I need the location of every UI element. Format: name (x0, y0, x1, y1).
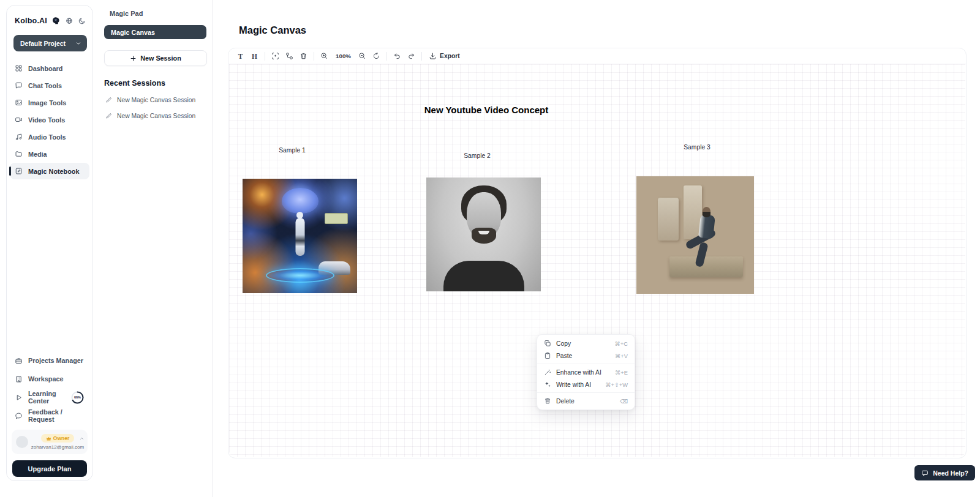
context-menu-item-paste[interactable]: Paste ⌘+V (537, 349, 635, 362)
zoom-in-icon (320, 52, 328, 60)
context-menu-item-delete[interactable]: Delete ⌫ (537, 395, 635, 407)
notebook-icon (15, 167, 23, 175)
sidebar-item-workspace[interactable]: Workspace (7, 370, 92, 388)
zoom-in-button[interactable] (317, 50, 331, 62)
user-account-card[interactable]: Owner zoharvan12@gmail.com (12, 430, 88, 454)
wand-icon (544, 368, 551, 376)
session-list-item[interactable]: New Magic Canvas Session (105, 113, 212, 119)
sidebar-item-image-tools[interactable]: Image Tools (10, 94, 89, 111)
sidebar-item-projects-manager[interactable]: Projects Manager (7, 351, 92, 370)
toolbar-divider (314, 52, 314, 61)
redo-button[interactable] (404, 50, 418, 62)
sidebar-item-media[interactable]: Media (10, 146, 89, 162)
sidebar-item-feedback[interactable]: Feedback / Request (7, 406, 92, 425)
sidebar-item-label: Dashboard (28, 65, 62, 72)
logo-row: Kolbo.AI (7, 6, 92, 25)
project-selector-label: Default Project (20, 40, 66, 47)
upgrade-plan-button[interactable]: Upgrade Plan (12, 460, 87, 477)
context-menu-shortcut: ⌘+C (615, 340, 628, 347)
context-menu-item-enhance-with-ai[interactable]: Enhance with AI ⌘+E (537, 366, 635, 378)
footer-item-label: Workspace (28, 375, 63, 383)
portrait-shirt-shape (443, 261, 524, 291)
primary-sidebar: Kolbo.AI Default Project Dashboard Chat … (6, 5, 93, 481)
copy-icon (544, 340, 551, 347)
text-tool-button[interactable]: T (233, 50, 247, 62)
learning-progress-ring: 66% (70, 390, 85, 405)
context-menu-divider (537, 364, 635, 364)
sidebar-item-video-tools[interactable]: Video Tools (10, 111, 89, 128)
canvas-title-text[interactable]: New Youtube Video Concept (401, 105, 572, 115)
plus-icon (130, 55, 137, 62)
folder-icon (15, 150, 23, 158)
canvas-container: T H 100% (228, 48, 967, 458)
sidebar-item-learning-center[interactable]: Learning Center 66% (7, 388, 92, 406)
page-title: Magic Canvas (239, 24, 306, 36)
context-menu-item-copy[interactable]: Copy ⌘+C (537, 337, 635, 349)
sample-3-image-ruins[interactable] (636, 176, 754, 294)
new-session-label: New Session (140, 54, 181, 62)
undo-icon (393, 52, 401, 60)
robot-figure-shape (295, 218, 304, 256)
dashboard-icon (15, 64, 23, 72)
zoom-level-value: 100% (336, 53, 351, 59)
sample-3-label[interactable]: Sample 3 (660, 144, 734, 151)
dark-mode-moon-icon[interactable] (78, 17, 86, 24)
tab-magic-canvas[interactable]: Magic Canvas (104, 25, 206, 39)
footer-item-label: Projects Manager (28, 357, 83, 364)
sidebar-item-label: Image Tools (28, 99, 66, 106)
redo-icon (407, 52, 415, 60)
context-menu-divider (537, 392, 635, 393)
briefcase-icon (15, 357, 23, 365)
stone-column-shape (658, 198, 679, 241)
user-meta: Owner zoharvan12@gmail.com (32, 434, 83, 450)
undo-button[interactable] (390, 50, 404, 62)
sample-1-label[interactable]: Sample 1 (255, 147, 329, 154)
learning-progress-value: 66% (70, 390, 85, 405)
sidebar-item-audio-tools[interactable]: Audio Tools (10, 129, 89, 145)
toolbar-divider (265, 52, 265, 61)
context-menu-label: Write with AI (556, 381, 591, 388)
sidebar-item-dashboard[interactable]: Dashboard (10, 60, 89, 77)
user-email: zoharvan12@gmail.com (31, 444, 84, 450)
canvas-toolbar: T H 100% (228, 48, 966, 64)
project-selector[interactable]: Default Project (13, 35, 87, 51)
video-icon (15, 116, 23, 124)
context-menu-item-write-with-ai[interactable]: Write with AI ⌘+⇧+W (537, 378, 635, 390)
language-globe-icon[interactable] (66, 17, 73, 24)
flow-tool-button[interactable] (282, 50, 296, 62)
sample-1-image-ai-robot[interactable] (243, 179, 357, 293)
rotate-reset-icon (372, 52, 380, 60)
paste-icon (544, 352, 551, 359)
ai-select-icon (271, 52, 279, 60)
export-label: Export (440, 53, 460, 59)
reset-view-button[interactable] (369, 50, 383, 62)
new-session-button[interactable]: New Session (104, 50, 207, 66)
session-list-item[interactable]: New Magic Canvas Session (105, 97, 212, 103)
sidebar-item-chat-tools[interactable]: Chat Tools (10, 77, 89, 94)
ai-select-tool-button[interactable] (268, 50, 282, 62)
canvas-grid[interactable]: New Youtube Video Concept Sample 1 Sampl… (229, 64, 965, 457)
building-icon (15, 375, 23, 383)
owner-role-badge: Owner (41, 434, 74, 443)
sidebar-item-label: Audio Tools (28, 133, 66, 141)
export-button[interactable]: Export (425, 52, 464, 60)
delete-tool-button[interactable] (296, 50, 311, 62)
hologram-brain-shape (282, 188, 318, 214)
app-root: Kolbo.AI Default Project Dashboard Chat … (0, 0, 980, 497)
zoom-out-button[interactable] (355, 50, 369, 62)
sample-2-label[interactable]: Sample 2 (440, 152, 514, 159)
dollar-bill-shape (325, 213, 348, 224)
chat-icon (15, 81, 23, 89)
chevron-up-icon (79, 436, 85, 441)
feedback-icon (15, 412, 23, 420)
session-item-label: New Magic Canvas Session (117, 113, 195, 119)
brain-logo-icon (51, 17, 60, 25)
need-help-button[interactable]: Need Help? (914, 465, 975, 480)
need-help-label: Need Help? (933, 469, 968, 477)
sample-2-image-portrait[interactable] (426, 177, 541, 291)
play-icon (15, 394, 23, 402)
heading-tool-button[interactable]: H (247, 50, 262, 62)
image-icon (15, 99, 23, 106)
tab-magic-pad[interactable]: Magic Pad (110, 10, 203, 17)
sidebar-item-magic-notebook[interactable]: Magic Notebook (10, 163, 89, 179)
